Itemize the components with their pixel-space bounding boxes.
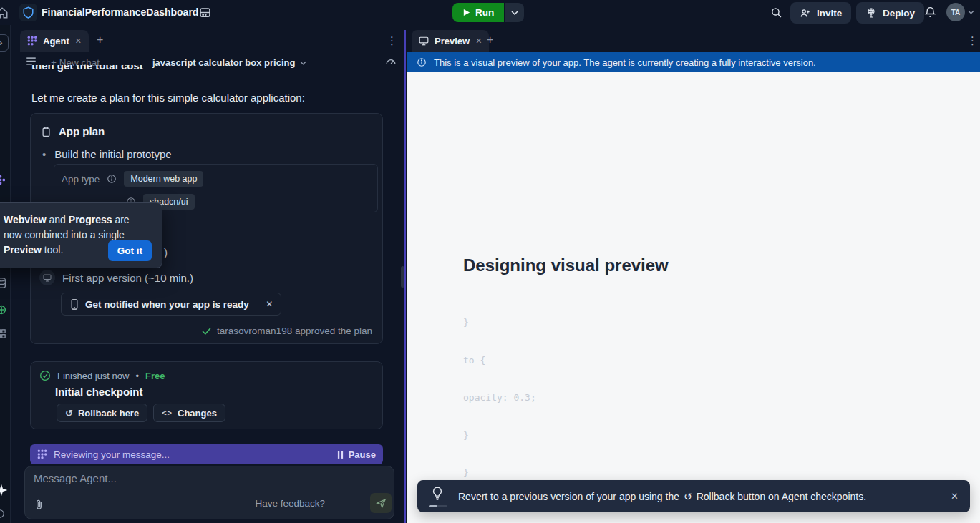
banner-text: This is a visual preview of your app. Th… <box>434 57 816 68</box>
agent-working-status-bar: Reviewing your message... Pause <box>30 444 383 464</box>
dot-separator: • <box>135 371 139 381</box>
message-composer: Have feedback? <box>24 466 394 519</box>
checkpoint-title: Initial checkpoint <box>55 386 143 398</box>
approved-text: tarasovroman198 approved the plan <box>217 326 372 336</box>
panel-divider[interactable] <box>404 30 406 523</box>
pause-icon <box>337 451 344 459</box>
agent-cells-icon <box>27 36 37 46</box>
got-it-button[interactable]: Got it <box>108 240 152 261</box>
app-window: FinancialPerformanceDashboard Run Invite <box>0 0 980 523</box>
monitor-icon <box>39 270 55 285</box>
layout-dock-icon[interactable] <box>199 6 211 19</box>
repl-logo-shield-icon[interactable] <box>19 4 37 21</box>
clipboard-icon <box>41 126 52 137</box>
close-tab-icon[interactable]: ✕ <box>75 36 82 46</box>
monitor-icon <box>419 36 429 46</box>
checkpoint-card: Finished just now • Free Initial checkpo… <box>30 361 383 429</box>
run-label: Run <box>475 7 494 18</box>
home-icon[interactable] <box>0 6 9 19</box>
status-message: Reviewing your message... <box>54 449 331 460</box>
new-tab-icon[interactable]: + <box>487 34 493 47</box>
search-icon[interactable] <box>770 6 782 19</box>
tab-agent[interactable]: Agent ✕ <box>20 30 89 52</box>
app-title: FinancialPerformanceDashboard <box>42 6 198 18</box>
app-type-label: App type <box>62 174 100 185</box>
free-badge: Free <box>145 371 165 381</box>
obscured-plan-text: ) <box>164 246 168 258</box>
plan-title: App plan <box>59 125 105 137</box>
plan-header: App plan <box>41 125 105 137</box>
dock-assistant-sparkle-icon[interactable] <box>0 483 9 497</box>
account-chevron-down-icon[interactable] <box>968 10 974 14</box>
deploy-label: Deploy <box>883 8 915 19</box>
changes-button[interactable]: <> Changes <box>153 404 225 422</box>
notifications-bell-icon[interactable] <box>924 6 936 19</box>
pause-button[interactable]: Pause <box>337 449 376 460</box>
rollback-tip-bar: Revert to a previous version of your app… <box>417 480 970 512</box>
pane-menu-kebab-icon[interactable]: ⋮ <box>967 34 978 47</box>
top-bar: FinancialPerformanceDashboard Run Invite <box>0 0 980 25</box>
attachment-paperclip-icon[interactable] <box>34 499 44 511</box>
send-button[interactable] <box>370 493 392 513</box>
run-options-button[interactable] <box>505 3 524 22</box>
close-tab-icon[interactable]: ✕ <box>475 36 482 46</box>
dock-database-icon[interactable] <box>0 277 7 289</box>
scrolled-message-fragment: then get the total cost <box>31 65 246 73</box>
play-icon <box>462 9 470 16</box>
tab-preview[interactable]: Preview ✕ <box>412 30 489 52</box>
pause-label: Pause <box>349 449 376 460</box>
bullet-dot: • <box>42 148 46 160</box>
dock-help-icon[interactable] <box>0 509 5 519</box>
usage-gauge-icon[interactable] <box>385 56 397 66</box>
invite-button[interactable]: Invite <box>790 2 851 24</box>
plan-item-label: Build the initial prototype <box>54 148 171 160</box>
plan-approved-row: tarasovroman198 approved the plan <box>202 326 372 336</box>
dock-agent-icon[interactable] <box>0 175 5 185</box>
deploy-rocket-icon <box>865 7 877 19</box>
panel-divider-handle[interactable] <box>401 266 404 288</box>
phone-icon <box>70 299 79 310</box>
first-version-label: First app version (~10 min.) <box>62 272 193 284</box>
visual-preview-banner: This is a visual preview of your app. Th… <box>407 52 980 72</box>
preview-intro-tooltip: Webview and Progress are now combined in… <box>0 202 162 268</box>
dismiss-tip-icon[interactable]: ✕ <box>951 491 959 502</box>
app-type-row: App type Modern web app <box>62 171 203 187</box>
have-feedback-link[interactable]: Have feedback? <box>255 498 325 509</box>
avatar-initials: TA <box>951 9 961 16</box>
deploy-button[interactable]: Deploy <box>856 2 924 24</box>
preview-viewport: Designing visual preview } to { opacity:… <box>407 72 980 523</box>
plan-item: • Build the initial prototype <box>42 148 172 160</box>
chevron-down-icon <box>511 11 518 15</box>
app-type-badge[interactable]: Modern web app <box>124 171 203 187</box>
rollback-here-button[interactable]: ↺ Rollback here <box>57 404 147 422</box>
run-button[interactable]: Run <box>452 3 504 22</box>
check-icon <box>202 327 211 335</box>
new-tab-icon[interactable]: + <box>97 34 103 47</box>
dock-grid-icon[interactable] <box>0 328 6 339</box>
first-version-row: First app version (~10 min.) <box>39 270 193 285</box>
dismiss-notify-icon[interactable]: ✕ <box>258 293 281 316</box>
run-split-button: Run <box>452 3 524 22</box>
lightbulb-icon <box>429 486 447 507</box>
tab-agent-label: Agent <box>43 36 69 47</box>
notify-chip[interactable]: Get notified when your app is ready ✕ <box>61 293 281 316</box>
expand-sidebar-icon[interactable]: » <box>0 34 9 52</box>
dock-integration-icon[interactable] <box>0 304 7 316</box>
rollback-icon: ↺ <box>65 408 73 419</box>
pane-menu-kebab-icon[interactable]: ⋮ <box>387 34 397 47</box>
checkpoint-status-row: Finished just now • Free <box>39 370 165 381</box>
notify-label: Get notified when your app is ready <box>85 299 249 310</box>
tip-progress-indicator <box>429 505 437 507</box>
agent-message-text: Let me create a plan for this simple cal… <box>31 92 375 104</box>
info-icon[interactable] <box>107 174 117 184</box>
agent-cells-icon <box>37 449 47 459</box>
avatar[interactable]: TA <box>946 3 965 21</box>
invite-label: Invite <box>817 8 842 19</box>
preview-faded-code: } to { opacity: 0.3; } } <box>463 291 536 504</box>
code-icon: <> <box>162 409 173 417</box>
changes-label: Changes <box>178 408 217 419</box>
rollback-label: Rollback here <box>78 408 139 419</box>
agent-pane-tab-bar: Agent ✕ + ⋮ <box>11 30 404 52</box>
preview-heading: Designing visual preview <box>463 255 669 275</box>
message-input[interactable] <box>34 472 320 484</box>
